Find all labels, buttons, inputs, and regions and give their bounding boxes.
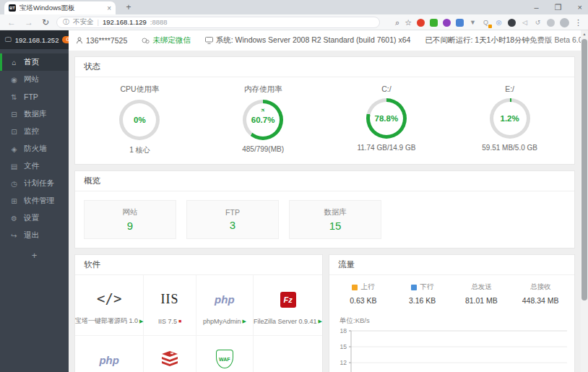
redis-icon [161, 351, 178, 370]
extension-icon[interactable] [443, 19, 451, 27]
software-icon: ⊞ [10, 197, 18, 205]
extension-icon[interactable] [547, 19, 555, 27]
browser-tab[interactable]: BT 宝塔Windows面板 × [4, 1, 116, 14]
scrollbar-up-arrow-icon[interactable]: ▲ [581, 30, 588, 38]
extension-icon[interactable]: Q [482, 19, 490, 27]
sidebar: 🖵 192.168.1.252 0 ⌂ 首页 ◉ 网站 ⇅ FTP ⊟ 数据库 … [0, 30, 69, 372]
sidebar-item-label: 网站 [24, 74, 39, 85]
profile-avatar[interactable] [560, 18, 569, 27]
software-name: FileZilla Server 0.9.41 [254, 318, 317, 325]
window-minimize-button[interactable]: – [535, 3, 539, 12]
back-button[interactable]: ← [7, 17, 16, 27]
scrollbar-thumb[interactable] [581, 39, 587, 300]
server-header[interactable]: 🖵 192.168.1.252 0 [0, 30, 69, 49]
status-panel: 状态 CPU使用率 0% 1 核心 内存使用率 ✈ 60.7% 485/799(… [74, 56, 575, 165]
legend-upstream: 上行 0.63 KB [334, 282, 393, 305]
sidebar-item-files[interactable]: ▤ 文件 [0, 157, 69, 175]
software-item-redis[interactable]: redis 1.0▶ [144, 336, 196, 372]
traffic-area-chart[interactable]: 1815129630 [329, 327, 574, 372]
overview-panel: 概览 网站 9 FTP 3 数据库 15 [74, 170, 575, 248]
extension-icon[interactable] [430, 19, 438, 27]
sidebar-menu: ⌂ 首页 ◉ 网站 ⇅ FTP ⊟ 数据库 ⊡ 监控 ◈ 防火墙 ▤ 文件 ◷ [0, 53, 69, 244]
software-item-php52[interactable]: php PHP-5.2▶ [75, 336, 144, 372]
window-close-button[interactable]: × [578, 3, 582, 12]
database-count-box[interactable]: 数据库 15 [289, 200, 381, 239]
search-icon[interactable]: ⌕ [395, 18, 399, 27]
reload-button[interactable]: ↻ [42, 17, 49, 27]
browser-titlebar: BT 宝塔Windows面板 × + – ❐ × [0, 0, 588, 14]
chrome-menu-icon[interactable]: ⋮ [574, 18, 582, 27]
extension-icon[interactable]: ◎ [495, 19, 503, 27]
sidebar-item-label: 文件 [24, 161, 39, 171]
memory-clean-rocket-icon[interactable]: ✈ [259, 106, 267, 114]
sidebar-item-software[interactable]: ⊞ 软件管理 [0, 192, 69, 209]
code-icon: </> [97, 290, 121, 306]
sidebar-item-logout[interactable]: ↪ 退出 [0, 227, 69, 244]
legend-label: 总发送 [471, 282, 492, 292]
logout-icon: ↪ [10, 232, 18, 240]
main-content: 状态 CPU使用率 0% 1 核心 内存使用率 ✈ 60.7% 485/799(… [69, 51, 581, 372]
software-item-filezilla[interactable]: Fz FileZilla Server 0.9.41▶ [254, 275, 322, 336]
tab-close-icon[interactable]: × [107, 4, 111, 12]
software-name: 宝塔一键部署源码 1.0 [75, 316, 138, 326]
extension-icon[interactable]: ↺ [534, 19, 542, 27]
ftp-count: 3 [230, 219, 235, 231]
address-bar[interactable]: ⓘ 不安全 | 192.168.1.129 :8888 [56, 17, 380, 28]
disk-c-gauge[interactable]: C:/ 78.8% 11.74 GB/14.9 GB [325, 85, 449, 155]
total-sent-value: 81.01 MB [465, 296, 498, 305]
upstream-value: 0.63 KB [350, 296, 376, 305]
legend-label: 上行 [360, 282, 374, 292]
site-info-icon[interactable]: ⓘ [63, 17, 69, 27]
status-play-icon: ▶ [139, 319, 143, 324]
sidebar-item-settings[interactable]: ⚙ 设置 [0, 209, 69, 227]
wechat-bind-link[interactable]: 未绑定微信 [142, 35, 191, 46]
cron-icon: ◷ [10, 180, 18, 188]
cpu-gauge[interactable]: CPU使用率 0% 1 核心 [78, 85, 202, 155]
ftp-count-box[interactable]: FTP 3 [186, 200, 279, 239]
sidebar-item-sites[interactable]: ◉ 网站 [0, 71, 69, 88]
url-separator: | [98, 18, 99, 26]
new-tab-button[interactable]: + [123, 2, 134, 14]
gauge-label: E:/ [505, 85, 514, 93]
sidebar-add-button[interactable]: + [0, 250, 69, 261]
extension-icon[interactable] [456, 19, 464, 27]
sidebar-item-database[interactable]: ⊟ 数据库 [0, 105, 69, 123]
url-port: :8888 [150, 18, 168, 26]
forward-button[interactable]: → [25, 17, 33, 27]
software-item-deploy[interactable]: </> 宝塔一键部署源码 1.0▶ [75, 275, 144, 336]
cpu-percent: 0% [134, 116, 146, 124]
chart-unit-label: 单位:KB/s [340, 316, 574, 326]
version-label: 免费版 Beta 6.0.0 [529, 35, 588, 46]
panel-topbar: 136****7525 未绑定微信 系统: Windows Server 200… [69, 30, 581, 51]
legend-label: 总接收 [530, 282, 551, 292]
extension-icon[interactable] [417, 19, 425, 27]
software-item-waf[interactable]: WAF 宝塔IIS防火墙 1.0▶ [196, 336, 254, 372]
status-play-icon: ▶ [319, 319, 322, 324]
sidebar-item-label: 软件管理 [24, 196, 54, 206]
sidebar-item-home[interactable]: ⌂ 首页 [0, 53, 69, 71]
window-maximize-button[interactable]: ❐ [555, 3, 562, 12]
server-monitor-icon: 🖵 [5, 36, 12, 44]
user-icon [76, 37, 83, 44]
extension-icon[interactable]: ◁ [521, 19, 529, 27]
bookmark-star-icon[interactable]: ☆ [405, 18, 412, 27]
account-info[interactable]: 136****7525 [76, 36, 127, 45]
sidebar-item-monitor[interactable]: ⊡ 监控 [0, 123, 69, 140]
sidebar-item-firewall[interactable]: ◈ 防火墙 [0, 140, 69, 157]
cpu-cores: 1 核心 [129, 145, 150, 155]
sidebar-item-cron[interactable]: ◷ 计划任务 [0, 175, 69, 192]
software-item-phpmyadmin[interactable]: php phpMyAdmin▶ [196, 275, 254, 336]
extension-icon[interactable] [508, 19, 516, 27]
memory-percent: 60.7% [251, 116, 275, 124]
sidebar-item-ftp[interactable]: ⇅ FTP [0, 88, 69, 105]
disk-c-detail: 11.74 GB/14.9 GB [357, 144, 415, 152]
home-icon: ⌂ [10, 59, 18, 66]
page-scrollbar[interactable]: ▲ [581, 30, 588, 372]
software-item-iis[interactable]: IIS IIS 7.5■ [144, 275, 196, 336]
sidebar-item-label: 退出 [24, 230, 39, 241]
sites-count-box[interactable]: 网站 9 [84, 200, 176, 239]
extension-icon[interactable]: ▼ [469, 19, 477, 27]
disk-e-gauge[interactable]: E:/ 1.2% 59.51 MB/5.0 GB [448, 85, 571, 155]
memory-gauge[interactable]: 内存使用率 ✈ 60.7% 485/799(MB) [202, 85, 325, 155]
software-item-empty [254, 336, 322, 372]
